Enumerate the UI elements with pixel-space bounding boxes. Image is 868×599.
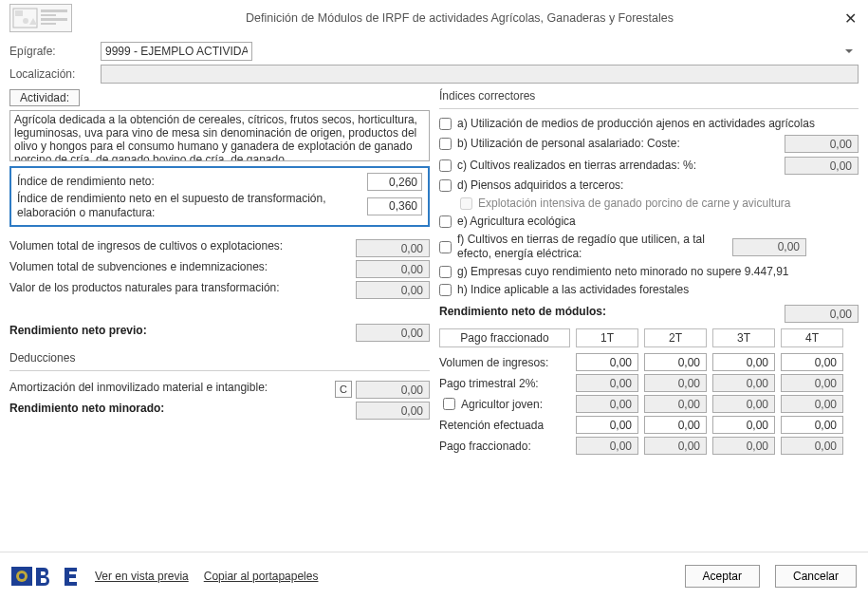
volumen-ingresos-label: Volumen total de ingresos de cultivos o …	[9, 239, 356, 253]
check-c-label: c) Cultivos realizados en tierras arrend…	[457, 159, 785, 173]
volumen-ingresos-value	[356, 239, 430, 257]
check-d-sub	[460, 197, 472, 210]
check-h-label: h) Indice aplicable a las actividades fo…	[457, 283, 859, 297]
table-row: Pago fraccionado:	[439, 437, 859, 455]
indice1-input[interactable]	[367, 173, 422, 191]
svg-point-2	[23, 18, 28, 24]
valor-prod-label: Valor de los productos naturales para tr…	[9, 281, 356, 295]
table-row: Volumen de ingresos:	[439, 353, 859, 371]
svg-rect-1	[15, 10, 23, 16]
vol-1t[interactable]	[576, 353, 638, 371]
rend-modulos-label: Rendimiento neto de módulos:	[439, 305, 785, 319]
check-g[interactable]	[439, 266, 452, 278]
aceptar-button[interactable]: Aceptar	[685, 565, 760, 588]
check-d[interactable]	[439, 179, 452, 192]
svg-marker-3	[29, 18, 37, 25]
check-g-label: g) Empresas cuyo rendimiento neto minora…	[457, 265, 859, 279]
localizacion-label: Localización:	[9, 67, 101, 81]
indice1-label: Índice de rendimiento neto:	[17, 175, 367, 189]
joven-4t	[781, 395, 843, 413]
check-c-value	[785, 157, 859, 175]
window-title: Definición de Módulos de IRPF de activid…	[78, 11, 841, 25]
vol-2t[interactable]	[644, 353, 707, 371]
check-d-sub-label: Explotación intensiva de ganado porcino …	[478, 197, 859, 211]
indices-frame: Índice de rendimiento neto: Índice de re…	[9, 166, 430, 227]
frac-3t	[712, 437, 775, 455]
check-e-label: e) Agricultura ecológica	[457, 215, 859, 229]
boe-logo	[11, 562, 80, 590]
module-icon	[9, 4, 72, 32]
table-head-2t: 2T	[644, 328, 707, 347]
check-b[interactable]	[439, 138, 452, 150]
deducciones-label: Deducciones	[9, 351, 430, 365]
cancelar-button[interactable]: Cancelar	[775, 565, 857, 588]
vol-4t[interactable]	[781, 353, 843, 371]
indice2-label: Índice de rendimiento neto en el supuest…	[17, 192, 367, 220]
row-frac-label: Pago fraccionado:	[439, 440, 570, 453]
svg-point-10	[19, 573, 25, 579]
actividad-desc[interactable]	[9, 110, 430, 161]
amort-edit-button[interactable]: C	[335, 381, 352, 398]
check-f-label: f) Cultivos en tierras de regadío que ut…	[457, 233, 732, 261]
check-f[interactable]	[439, 241, 452, 253]
check-joven[interactable]	[443, 398, 455, 410]
check-d-label: d) Piensos adquiridos a terceros:	[457, 178, 859, 193]
pago2-4t	[781, 374, 843, 392]
epigrafe-label: Epígrafe:	[9, 45, 101, 58]
close-icon[interactable]: ✕	[841, 9, 859, 27]
row-pago2-label: Pago trimestral 2%:	[439, 377, 570, 390]
table-row: Pago trimestral 2%:	[439, 374, 859, 392]
actividad-button[interactable]: Actividad:	[9, 89, 80, 106]
ret-2t[interactable]	[644, 416, 707, 434]
frac-4t	[781, 437, 843, 455]
link-vista-previa[interactable]: Ver en vista previa	[95, 570, 189, 583]
rend-previo-label: Rendimiento neto previo:	[9, 324, 356, 338]
ret-3t[interactable]	[712, 416, 775, 434]
valor-prod-value	[356, 281, 430, 299]
svg-rect-7	[41, 23, 56, 25]
indices-correctores-title: Índices correctores	[439, 89, 859, 109]
table-head-3t: 3T	[712, 328, 775, 347]
check-a[interactable]	[439, 118, 452, 130]
vol-3t[interactable]	[712, 353, 775, 371]
rend-minorado-value	[356, 402, 430, 420]
row-vol-label: Volumen de ingresos:	[439, 356, 570, 369]
pago2-3t	[712, 374, 775, 392]
row-ret-label: Retención efectuada	[439, 419, 570, 432]
pago2-2t	[644, 374, 707, 392]
joven-3t	[712, 395, 775, 413]
check-b-value	[785, 135, 859, 153]
ret-1t[interactable]	[576, 416, 638, 434]
svg-rect-6	[41, 18, 67, 21]
pago-fraccionado-table: Pago fraccionado 1T 2T 3T 4T Volumen de …	[439, 328, 859, 455]
check-e[interactable]	[439, 215, 452, 228]
amort-label: Amortización del inmovilizado material e…	[9, 381, 335, 395]
indice2-input[interactable]	[367, 197, 422, 215]
volumen-subv-label: Volumen total de subvenciones e indemniz…	[9, 260, 356, 274]
frac-1t	[576, 437, 638, 455]
check-f-value	[732, 238, 806, 256]
svg-rect-5	[41, 14, 56, 16]
joven-1t	[576, 395, 638, 413]
check-h[interactable]	[439, 284, 452, 296]
frac-2t	[644, 437, 707, 455]
check-b-label: b) Utilización de personal asalariado: C…	[457, 137, 785, 151]
check-c[interactable]	[439, 159, 452, 172]
rend-minorado-label: Rendimiento neto minorado:	[9, 402, 356, 416]
table-head-4t: 4T	[781, 328, 843, 347]
rend-modulos-value	[785, 305, 859, 323]
row-joven-label: Agricultor joven:	[461, 398, 543, 411]
ret-4t[interactable]	[781, 416, 843, 434]
localizacion-input[interactable]	[101, 65, 859, 84]
table-row: Agricultor joven:	[439, 395, 859, 413]
joven-2t	[644, 395, 707, 413]
table-head-1t: 1T	[576, 328, 638, 347]
amort-value	[356, 381, 430, 399]
pago2-1t	[576, 374, 638, 392]
svg-rect-4	[41, 9, 67, 12]
check-a-label: a) Utilización de medios de producción a…	[457, 117, 859, 131]
table-row: Retención efectuada	[439, 416, 859, 434]
epigrafe-select[interactable]	[101, 42, 252, 61]
rend-previo-value	[356, 324, 430, 342]
link-copiar[interactable]: Copiar al portapapeles	[204, 570, 319, 583]
